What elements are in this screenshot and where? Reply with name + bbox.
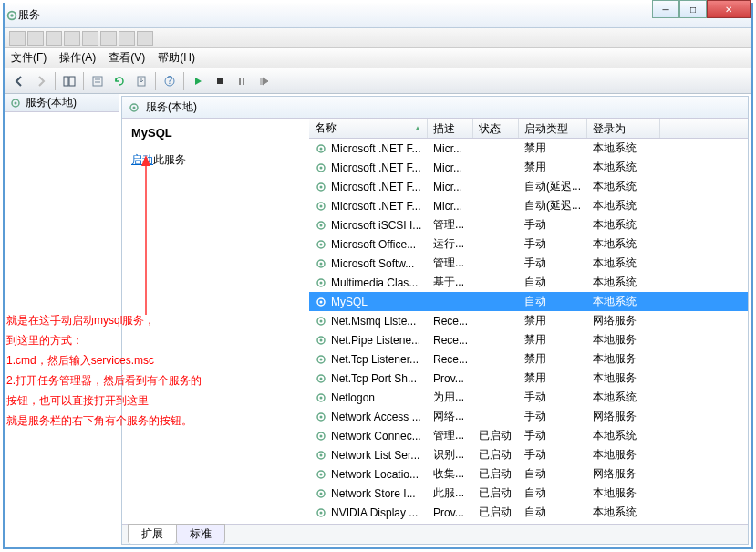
- tab-stub[interactable]: [9, 31, 26, 46]
- service-desc: Rece...: [428, 315, 473, 328]
- service-startup: 手动: [519, 409, 587, 424]
- service-desc: Micr...: [428, 161, 473, 174]
- tab-stub[interactable]: [27, 31, 44, 46]
- service-startup: 禁用: [519, 160, 587, 175]
- col-header-name[interactable]: 名称▲: [309, 119, 428, 138]
- service-desc: 此服...: [428, 485, 473, 501]
- service-startup: 禁用: [519, 313, 587, 328]
- gear-icon: [315, 181, 327, 193]
- service-desc: 管理...: [428, 255, 473, 271]
- service-row[interactable]: MySQL自动本地系统: [309, 292, 748, 311]
- titlebar[interactable]: 服务 ─ □ ✕: [5, 3, 751, 28]
- service-action-line: 启动此服务: [131, 152, 300, 168]
- col-header-desc[interactable]: 描述: [428, 119, 473, 138]
- svg-point-14: [15, 101, 17, 104]
- svg-point-40: [320, 358, 323, 360]
- col-header-logon[interactable]: 登录为: [587, 119, 660, 138]
- service-startup: 自动: [519, 466, 587, 482]
- body-area: 服务(本地) 服务(本地) MySQL 启动此服务 名称▲ 描述: [5, 94, 751, 547]
- refresh-button[interactable]: [109, 71, 129, 91]
- service-logon: 网络服务: [587, 466, 660, 482]
- gear-icon: [315, 238, 327, 251]
- list-rows[interactable]: Microsoft .NET F...Micr...禁用本地系统Microsof…: [309, 139, 748, 524]
- tab-extended[interactable]: 扩展: [128, 524, 177, 544]
- service-row[interactable]: Microsoft .NET F...Micr...自动(延迟...本地系统: [309, 196, 748, 215]
- svg-point-38: [320, 338, 323, 341]
- service-row[interactable]: Microsoft iSCSI I...管理...手动本地系统: [309, 215, 748, 234]
- service-status: 已启动: [473, 466, 519, 482]
- svg-rect-3: [69, 77, 75, 86]
- app-icon: [5, 9, 18, 22]
- service-row[interactable]: Microsoft .NET F...Micr...禁用本地系统: [309, 158, 748, 177]
- service-row[interactable]: Microsoft Softw...管理...手动本地系统: [309, 254, 748, 273]
- service-desc: 收集...: [428, 466, 473, 482]
- service-startup: 手动: [519, 236, 587, 252]
- svg-point-30: [320, 262, 323, 265]
- service-name: Multimedia Clas...: [331, 276, 418, 289]
- tree-root-item[interactable]: 服务(本地): [5, 94, 119, 112]
- start-button[interactable]: [188, 71, 208, 91]
- service-logon: 本地系统: [587, 294, 660, 309]
- gear-icon: [315, 430, 327, 443]
- menu-help[interactable]: 帮助(H): [158, 50, 195, 66]
- service-row[interactable]: Net.Tcp Port Sh...Prov...禁用本地服务: [309, 369, 748, 388]
- pause-button[interactable]: [232, 71, 252, 91]
- service-row[interactable]: NVIDIA Display ...Prov...已启动自动本地系统: [309, 503, 748, 522]
- service-row[interactable]: Microsoft .NET F...Micr...自动(延迟...本地系统: [309, 177, 748, 196]
- service-row[interactable]: Network Store I...此服...已启动自动本地服务: [309, 484, 748, 503]
- start-service-link[interactable]: 启动: [131, 153, 153, 166]
- svg-text:?: ?: [167, 75, 173, 87]
- service-row[interactable]: Net.Msmq Liste...Rece...禁用网络服务: [309, 311, 748, 330]
- col-header-status[interactable]: 状态: [473, 119, 519, 138]
- service-row[interactable]: Net.Tcp Listener...Rece...禁用本地服务: [309, 349, 748, 369]
- tab-stub[interactable]: [137, 31, 153, 46]
- sort-asc-icon: ▲: [414, 124, 421, 132]
- close-button[interactable]: ✕: [707, 0, 751, 18]
- export-button[interactable]: [131, 71, 151, 91]
- service-row[interactable]: Microsoft Office...运行...手动本地系统: [309, 234, 748, 254]
- service-logon: 本地系统: [587, 141, 660, 156]
- gear-icon: [315, 161, 327, 174]
- tab-stub[interactable]: [46, 31, 62, 46]
- forward-button[interactable]: [31, 71, 51, 91]
- restart-button[interactable]: [254, 71, 274, 91]
- service-row[interactable]: Network List Ser...识别...已启动手动本地服务: [309, 445, 748, 464]
- minimize-button[interactable]: ─: [652, 0, 679, 18]
- service-name: Network Connec...: [331, 430, 421, 443]
- back-button[interactable]: [9, 71, 29, 91]
- tab-stub[interactable]: [119, 31, 135, 46]
- service-status: 已启动: [473, 485, 519, 501]
- service-row[interactable]: Microsoft .NET F...Micr...禁用本地系统: [309, 139, 748, 158]
- tree-pane[interactable]: 服务(本地): [5, 94, 119, 547]
- service-row[interactable]: Network Locatio...收集...已启动自动网络服务: [309, 464, 748, 484]
- show-hide-tree-button[interactable]: [59, 71, 79, 91]
- menu-action[interactable]: 操作(A): [59, 50, 96, 66]
- svg-point-22: [320, 185, 323, 188]
- col-header-startup[interactable]: 启动类型: [519, 119, 587, 138]
- service-row[interactable]: Multimedia Clas...基于...自动本地系统: [309, 273, 748, 292]
- gear-icon: [315, 506, 327, 519]
- svg-point-24: [320, 204, 323, 207]
- tab-stub[interactable]: [100, 31, 117, 46]
- menu-file[interactable]: 文件(F): [11, 50, 47, 66]
- stop-button[interactable]: [210, 71, 230, 91]
- maximize-button[interactable]: □: [679, 0, 707, 18]
- service-desc: 为用...: [428, 390, 473, 405]
- tab-stub[interactable]: [64, 31, 80, 46]
- service-row[interactable]: Network Access ...网络...手动网络服务: [309, 407, 748, 426]
- gear-icon: [128, 101, 140, 114]
- selected-service-title: MySQL: [131, 126, 300, 140]
- tab-stub[interactable]: [82, 31, 98, 46]
- tab-standard[interactable]: 标准: [176, 524, 225, 544]
- gear-icon: [315, 411, 327, 423]
- properties-button[interactable]: [88, 71, 108, 91]
- service-name: Network List Ser...: [331, 449, 419, 462]
- service-name: Net.Tcp Listener...: [331, 353, 419, 366]
- menu-view[interactable]: 查看(V): [109, 50, 145, 66]
- service-row[interactable]: Network Connec...管理...已启动手动本地系统: [309, 426, 748, 445]
- svg-rect-4: [93, 77, 102, 86]
- service-row[interactable]: Netlogon为用...手动本地系统: [309, 388, 748, 407]
- service-row[interactable]: Net.Pipe Listene...Rece...禁用本地服务: [309, 330, 748, 349]
- content-header-title: 服务(本地): [146, 99, 197, 115]
- help-button[interactable]: ?: [160, 71, 180, 91]
